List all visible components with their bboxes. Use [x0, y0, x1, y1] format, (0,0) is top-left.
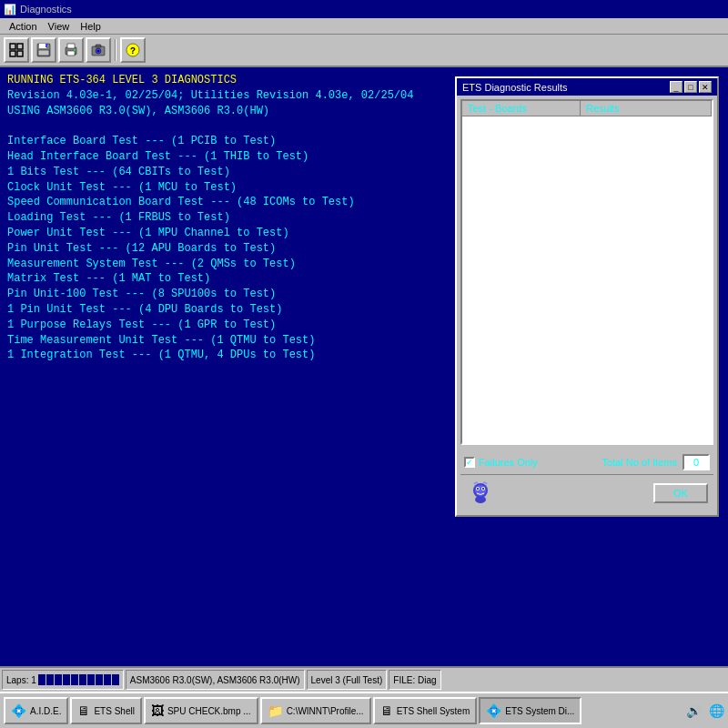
svg-point-22 — [477, 488, 479, 490]
taskbar-aide-btn[interactable]: 💠 A.I.D.E. — [4, 697, 68, 724]
progress-block-9 — [104, 674, 111, 685]
total-items-label: Total No of Items — [602, 457, 677, 468]
svg-rect-15 — [96, 45, 101, 47]
terminal-area: RUNNING ETS-364 LEVEL 3 DIAGNOSTICS Revi… — [0, 67, 728, 666]
ets-shell-system-icon: 🖥 — [380, 703, 393, 718]
toolbar-separator — [115, 39, 116, 61]
dialog-maximize-btn[interactable]: □ — [684, 81, 697, 93]
taskbar-right: 🔊 🌐 — [686, 703, 724, 719]
progress-block-5 — [71, 674, 78, 685]
aide-label: A.I.D.E. — [30, 706, 61, 716]
progress-block-6 — [79, 674, 86, 685]
svg-rect-2 — [10, 51, 15, 56]
taskbar-spu-check-btn[interactable]: 🖼 SPU CHECK.bmp ... — [144, 697, 258, 724]
menu-bar: Action View Help — [0, 18, 728, 35]
status-level: Level 3 (Full Test) — [307, 670, 388, 690]
progress-block-4 — [63, 674, 70, 685]
svg-rect-0 — [10, 44, 15, 49]
dialog-body: Test - Boards Results ✓ Failures Only To… — [457, 96, 717, 515]
menu-view[interactable]: View — [43, 20, 76, 33]
ets-shell-icon: 🖥 — [77, 703, 90, 718]
menu-action[interactable]: Action — [4, 20, 43, 33]
svg-text:?: ? — [130, 46, 136, 56]
main-window: 📊 Diagnostics Action View Help — [0, 0, 728, 692]
dialog-bottom: ✓ Failures Only Total No of Items 0 — [460, 450, 713, 474]
taskbar-ets-system-di-btn[interactable]: 💠 ETS System Di... — [479, 697, 581, 724]
toolbar-save-btn[interactable] — [31, 37, 56, 63]
col-test-boards: Test - Boards — [462, 101, 581, 116]
svg-point-11 — [74, 49, 76, 51]
total-items-value: 0 — [682, 454, 710, 470]
status-file: FILE: Diag — [389, 670, 440, 690]
mascot-icon — [466, 479, 495, 508]
title-icon: 📊 — [4, 4, 16, 15]
spu-check-label: SPU CHECK.bmp ... — [167, 706, 251, 716]
svg-rect-5 — [39, 44, 46, 48]
failures-only-row: ✓ Failures Only — [464, 457, 538, 468]
ets-system-di-icon: 💠 — [486, 703, 501, 718]
taskbar-ets-shell-system-btn[interactable]: 🖥 ETS Shell System — [373, 697, 478, 724]
toolbar-help-btn[interactable]: ? — [120, 37, 146, 63]
svg-rect-1 — [17, 44, 23, 49]
svg-rect-3 — [17, 51, 23, 56]
taskbar-clock: 🔊 🌐 — [686, 703, 724, 719]
progress-block-8 — [96, 674, 103, 685]
svg-rect-6 — [46, 44, 47, 47]
dialog-close-btn[interactable]: ✕ — [699, 81, 712, 93]
failures-only-label: Failures Only — [479, 457, 538, 468]
failures-only-checkbox[interactable]: ✓ — [464, 457, 475, 468]
taskbar-ets-shell-btn[interactable]: 🖥 ETS Shell — [70, 697, 141, 724]
svg-rect-9 — [67, 44, 75, 48]
progress-block-10 — [112, 674, 119, 685]
toolbar-print-btn[interactable] — [58, 37, 84, 63]
aide-icon: 💠 — [11, 703, 26, 718]
progress-block-2 — [46, 674, 54, 685]
ets-system-di-label: ETS System Di... — [505, 706, 574, 716]
toolbar-camera-btn[interactable] — [86, 37, 111, 63]
toolbar: ? — [0, 35, 728, 67]
title-bar: 📊 Diagnostics — [0, 0, 728, 18]
col-results: Results — [581, 101, 712, 116]
window-title: Diagnostics — [20, 4, 72, 15]
svg-point-14 — [97, 50, 100, 53]
ets-shell-label: ETS Shell — [94, 706, 134, 716]
status-laps: Laps: 1 — [2, 670, 124, 690]
list-header: Test - Boards Results — [462, 101, 712, 116]
taskbar: 💠 A.I.D.E. 🖥 ETS Shell 🖼 SPU CHECK.bmp .… — [0, 692, 728, 728]
status-bar: Laps: 1 ASM3606 R3.0(SW), ASM3606 R3.0(H… — [0, 666, 728, 692]
taskbar-profile-btn[interactable]: 📁 C:\WINNT\Profile... — [260, 697, 371, 724]
toolbar-grid-btn[interactable] — [4, 37, 29, 63]
dialog-minimize-btn[interactable]: _ — [670, 81, 682, 93]
results-list: Test - Boards Results — [460, 99, 713, 445]
progress-blocks — [38, 674, 119, 685]
status-asm: ASM3606 R3.0(SW), ASM3606 R3.0(HW) — [126, 670, 305, 690]
diagnostic-dialog: ETS Diagnostic Results _ □ ✕ Test - Boar… — [455, 76, 719, 517]
progress-block-3 — [55, 674, 62, 685]
laps-label: Laps: 1 — [6, 675, 36, 685]
dialog-title-bar: ETS Diagnostic Results _ □ ✕ — [457, 78, 717, 96]
progress-block-7 — [87, 674, 95, 685]
svg-point-23 — [482, 488, 484, 490]
dialog-footer: OK — [460, 474, 713, 511]
svg-point-24 — [475, 496, 486, 503]
menu-help[interactable]: Help — [75, 20, 106, 33]
svg-rect-7 — [38, 50, 49, 56]
progress-block-1 — [38, 674, 46, 685]
profile-icon: 📁 — [268, 703, 283, 718]
spu-check-icon: 🖼 — [151, 703, 164, 718]
profile-label: C:\WINNT\Profile... — [287, 706, 364, 716]
dialog-title-text: ETS Diagnostic Results — [462, 82, 568, 93]
svg-rect-10 — [67, 51, 75, 56]
ets-shell-system-label: ETS Shell System — [397, 706, 470, 716]
list-content — [462, 116, 712, 442]
ok-button[interactable]: OK — [653, 483, 708, 503]
